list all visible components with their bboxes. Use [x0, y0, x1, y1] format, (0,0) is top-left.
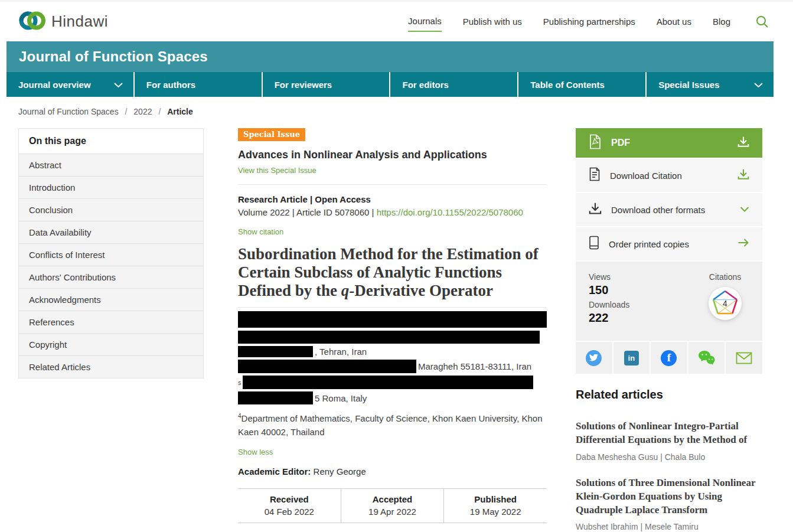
metrics-panel: Views 150 Downloads 222 Citations — [576, 262, 762, 341]
show-citation-link[interactable]: Show citation — [238, 227, 283, 236]
show-less-link[interactable]: Show less — [238, 448, 273, 456]
search-icon[interactable] — [755, 15, 769, 29]
related-article-title[interactable]: Solutions of Three Dimensional Nonlinear… — [576, 476, 762, 517]
academic-editor-line: Academic Editor: Reny George — [238, 466, 547, 476]
book-icon — [589, 236, 599, 252]
tab-for-editors[interactable]: For editors — [390, 72, 518, 97]
chevron-down-icon — [754, 80, 763, 90]
download-icon — [737, 136, 749, 150]
citation-document-icon — [589, 167, 601, 184]
social-share-bar: in f — [576, 342, 762, 374]
redacted-affiliation-bar — [243, 376, 533, 389]
brand-name: Hindawi — [51, 12, 108, 31]
redacted-affiliation-bar — [238, 331, 540, 344]
redacted-affiliation-bar — [238, 391, 313, 404]
hindawi-rings-icon — [18, 8, 45, 35]
tab-special-issues[interactable]: Special Issues — [647, 72, 774, 97]
pdf-file-icon — [589, 134, 602, 152]
email-icon[interactable] — [726, 342, 762, 374]
toc-authors-contributions[interactable]: Authors' Contributions — [19, 266, 203, 289]
toc-references[interactable]: References — [19, 311, 203, 334]
nav-about-us[interactable]: About us — [657, 12, 691, 31]
special-issue-badge: Special Issue — [238, 128, 305, 141]
redacted-affiliation-bar — [238, 360, 416, 373]
divider — [238, 184, 547, 185]
nav-publishing-partnerships[interactable]: Publishing partnerships — [543, 12, 635, 31]
article-title: Subordination Method for the Estimation … — [238, 245, 547, 299]
chevron-down-icon — [740, 204, 749, 215]
citations-label: Citations — [709, 272, 741, 282]
tab-for-authors[interactable]: For authors — [135, 72, 263, 97]
hindawi-logo[interactable]: Hindawi — [18, 8, 108, 35]
special-issue-title: Advances in Nonlinear Analysis and Appli… — [238, 149, 547, 161]
citations-badge[interactable]: 4 — [708, 286, 742, 323]
download-other-formats-button[interactable]: Download other formats — [576, 193, 762, 226]
toc-copyright[interactable]: Copyright — [19, 334, 203, 356]
breadcrumb-year[interactable]: 2022 — [133, 107, 152, 116]
download-icon — [737, 168, 749, 182]
related-article-authors: Daba Meshesha Gusu | Chala Bulo — [576, 452, 762, 462]
wechat-icon[interactable] — [688, 342, 725, 374]
citations-block: Citations 4 — [708, 272, 749, 328]
top-header: Hindawi Journals Publish with us Publish… — [0, 0, 793, 41]
nav-blog[interactable]: Blog — [713, 12, 730, 31]
related-article: Solutions of Three Dimensional Nonlinear… — [576, 476, 762, 532]
chevron-down-icon — [114, 80, 123, 90]
article-type: Research Article | Open Access — [238, 194, 547, 204]
toc-introduction[interactable]: Introduction — [19, 177, 203, 199]
volume-line: Volume 2022 | Article ID 5078060 | https… — [238, 207, 547, 217]
views-downloads: Views 150 Downloads 222 — [589, 272, 629, 328]
breadcrumb-journal[interactable]: Journal of Function Spaces — [18, 107, 119, 116]
affiliation-4: 4Department of Mathematics, Faculty of S… — [238, 412, 547, 439]
published-cell: Published 19 May 2022 — [443, 489, 547, 523]
download-citation-button[interactable]: Download Citation — [576, 159, 762, 192]
tab-for-reviewers[interactable]: For reviewers — [263, 72, 391, 97]
nav-publish-with-us[interactable]: Publish with us — [463, 12, 522, 31]
related-article: Solutions of Nonlinear Integro-Partial D… — [576, 419, 762, 462]
downloads-label: Downloads — [589, 300, 629, 309]
related-article-authors: Wubshet Ibrahim | Mesele Tamiru — [576, 522, 762, 531]
toc-acknowledgments[interactable]: Acknowledgments — [19, 289, 203, 311]
main-nav: Journals Publish with us Publishing part… — [408, 11, 769, 32]
redacted-authors-bar — [238, 311, 547, 328]
pdf-button[interactable]: PDF — [576, 128, 762, 158]
arrow-right-icon — [737, 238, 749, 250]
affiliation-fragment: , Tehran, Iran — [313, 347, 367, 357]
linkedin-icon[interactable]: in — [613, 342, 650, 374]
dates-table: Received 04 Feb 2022 Accepted 19 Apr 202… — [238, 488, 547, 523]
page: Hindawi Journals Publish with us Publish… — [0, 0, 793, 532]
breadcrumb-article: Article — [167, 107, 193, 116]
breadcrumb: Journal of Function Spaces / 2022 / Arti… — [18, 107, 774, 116]
affiliation-fragment: Maragheh 55181-83111, Iran — [416, 361, 531, 371]
redacted-affiliation-bar — [238, 346, 313, 357]
journal-nav: Journal overview For authors For reviewe… — [6, 72, 774, 97]
journal-banner: Journal of Function Spaces — [6, 41, 774, 72]
article-column: Special Issue Advances in Nonlinear Anal… — [238, 128, 547, 532]
toc-abstract[interactable]: Abstract — [19, 154, 203, 177]
toc-conclusion[interactable]: Conclusion — [19, 199, 203, 221]
authors-block: , Tehran, Iran Maragheh 55181-83111, Ira… — [238, 311, 547, 404]
accepted-cell: Accepted 19 Apr 2022 — [341, 489, 444, 523]
tab-journal-overview[interactable]: Journal overview — [6, 72, 135, 97]
views-label: Views — [589, 272, 629, 282]
svg-text:4: 4 — [723, 299, 727, 308]
right-sidebar: PDF Download Citation — [576, 128, 762, 532]
journal-title: Journal of Function Spaces — [19, 48, 208, 65]
toc-conflicts-of-interest[interactable]: Conflicts of Interest — [19, 244, 203, 266]
tab-table-of-contents[interactable]: Table of Contents — [518, 72, 647, 97]
main-content: On this page Abstract Introduction Concl… — [18, 128, 774, 532]
order-printed-copies-button[interactable]: Order printed copies — [576, 227, 762, 260]
affiliation-fragment: s — [238, 379, 243, 386]
toc-related-articles[interactable]: Related Articles — [19, 356, 203, 378]
on-this-page-title: On this page — [19, 129, 203, 154]
twitter-icon[interactable] — [576, 342, 612, 374]
divider — [238, 307, 547, 308]
related-article-title[interactable]: Solutions of Nonlinear Integro-Partial D… — [576, 419, 762, 447]
facebook-icon[interactable]: f — [651, 342, 687, 374]
doi-link[interactable]: https://doi.org/10.1155/2022/5078060 — [377, 207, 523, 217]
view-special-issue-link[interactable]: View this Special Issue — [238, 166, 316, 175]
toc-data-availability[interactable]: Data Availability — [19, 221, 203, 244]
related-articles-heading: Related articles — [576, 388, 762, 402]
nav-journals[interactable]: Journals — [408, 11, 442, 32]
downloads-count: 222 — [589, 311, 629, 325]
